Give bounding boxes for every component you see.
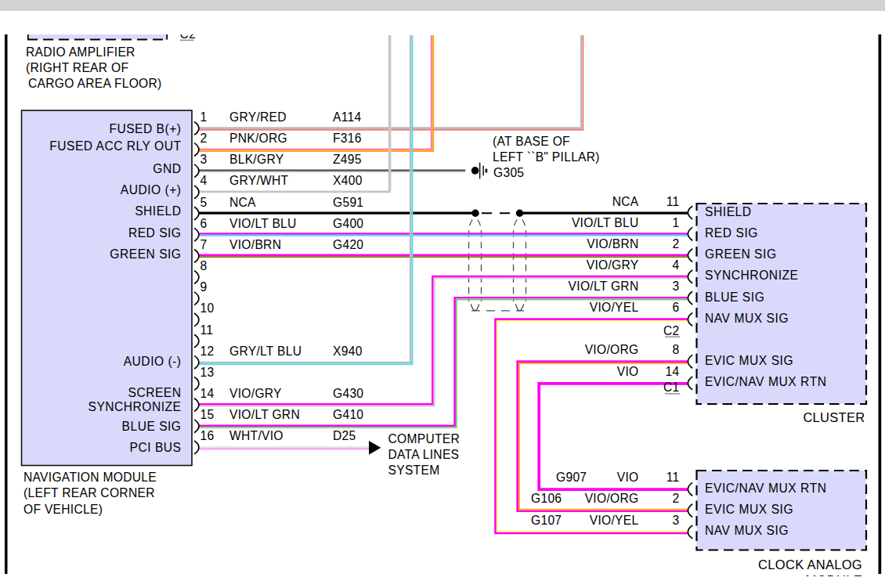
svg-text:D25: D25: [333, 429, 356, 442]
svg-text:C1: C1: [663, 381, 680, 394]
svg-text:NCA: NCA: [612, 195, 639, 208]
svg-text:(LEFT REAR CORNER: (LEFT REAR CORNER: [23, 486, 155, 500]
svg-text:AUDIO (+): AUDIO (+): [121, 183, 182, 197]
svg-text:C2: C2: [663, 324, 680, 337]
svg-text:BLUE SIG: BLUE SIG: [122, 420, 182, 433]
svg-text:GRY/RED: GRY/RED: [229, 110, 287, 124]
svg-text:14: 14: [200, 387, 215, 400]
svg-text:RADIO AMPLIFIER: RADIO AMPLIFIER: [26, 45, 135, 59]
svg-text:GREEN SIG: GREEN SIG: [110, 247, 181, 261]
svg-text:BLUE SIG: BLUE SIG: [705, 290, 764, 304]
svg-text:NAV MUX SIG: NAV MUX SIG: [705, 312, 789, 325]
svg-text:11: 11: [200, 323, 214, 337]
svg-text:VIO/YEL: VIO/YEL: [590, 301, 639, 314]
svg-text:3: 3: [200, 153, 208, 166]
svg-text:SHIELD: SHIELD: [135, 204, 181, 218]
svg-text:7: 7: [200, 238, 208, 251]
svg-text:G591: G591: [333, 196, 363, 209]
svg-text:F316: F316: [333, 132, 362, 145]
svg-text:EVIC/NAV MUX RTN: EVIC/NAV MUX RTN: [705, 482, 827, 495]
svg-text:2: 2: [200, 132, 208, 145]
svg-text:CLOCK ANALOG: CLOCK ANALOG: [758, 557, 862, 572]
svg-text:VIO/BRN: VIO/BRN: [587, 237, 638, 251]
svg-text:VIO/BRN: VIO/BRN: [229, 238, 281, 251]
svg-text:14: 14: [666, 365, 680, 378]
svg-text:2: 2: [673, 237, 680, 251]
svg-text:SYNCHRONIZE: SYNCHRONIZE: [88, 400, 182, 413]
svg-text:SCREEN: SCREEN: [128, 386, 182, 399]
svg-text:DATA LINES: DATA LINES: [388, 448, 460, 461]
svg-text:LEFT ``B" PILLAR): LEFT ``B" PILLAR): [493, 150, 600, 164]
svg-text:G305: G305: [493, 166, 524, 179]
svg-text:6: 6: [673, 301, 680, 314]
svg-text:Z495: Z495: [333, 153, 362, 166]
svg-text:3: 3: [673, 514, 680, 527]
svg-text:BLK/GRY: BLK/GRY: [229, 153, 284, 166]
svg-text:G410: G410: [333, 408, 363, 421]
svg-text:13: 13: [200, 366, 215, 379]
svg-text:G400: G400: [333, 217, 363, 230]
svg-text:(RIGHT REAR OF: (RIGHT REAR OF: [26, 61, 128, 74]
svg-text:5: 5: [200, 196, 208, 209]
svg-text:VIO/ORG: VIO/ORG: [585, 343, 639, 356]
svg-text:VIO: VIO: [617, 365, 639, 378]
svg-text:8: 8: [200, 259, 208, 272]
svg-text:PCI BUS: PCI BUS: [130, 441, 182, 454]
svg-text:A114: A114: [333, 110, 361, 124]
svg-text:G420: G420: [333, 238, 363, 251]
svg-text:AUDIO (-): AUDIO (-): [124, 355, 182, 368]
svg-text:(AT BASE OF: (AT BASE OF: [493, 135, 570, 148]
svg-text:11: 11: [666, 471, 680, 484]
svg-text:RED SIG: RED SIG: [128, 226, 182, 240]
svg-text:NAV MUX SIG: NAV MUX SIG: [705, 524, 789, 537]
svg-text:9: 9: [200, 280, 208, 294]
svg-text:VIO/GRY: VIO/GRY: [587, 258, 639, 272]
svg-text:NAVIGATION MODULE: NAVIGATION MODULE: [23, 471, 157, 484]
svg-text:2: 2: [673, 492, 680, 505]
svg-text:15: 15: [200, 408, 215, 421]
svg-text:VIO/LT GRN: VIO/LT GRN: [569, 280, 639, 293]
svg-text:X400: X400: [333, 174, 363, 187]
svg-text:FUSED B(+): FUSED B(+): [109, 122, 181, 135]
svg-text:3: 3: [673, 280, 680, 293]
svg-text:CLUSTER: CLUSTER: [803, 410, 865, 424]
svg-text:EVIC MUX SIG: EVIC MUX SIG: [705, 503, 793, 516]
svg-text:GRY/WHT: GRY/WHT: [229, 174, 289, 187]
svg-text:VIO/LT GRN: VIO/LT GRN: [229, 408, 300, 421]
svg-text:OF VEHICLE): OF VEHICLE): [23, 503, 103, 516]
svg-text:G107: G107: [531, 514, 562, 527]
svg-text:RED SIG: RED SIG: [705, 226, 758, 240]
svg-text:PNK/ORG: PNK/ORG: [229, 132, 287, 145]
svg-text:1: 1: [673, 216, 680, 229]
svg-text:12: 12: [200, 345, 215, 358]
svg-text:SYNCHRONIZE: SYNCHRONIZE: [705, 269, 799, 282]
svg-text:VIO: VIO: [617, 471, 639, 484]
svg-text:GREEN SIG: GREEN SIG: [705, 247, 777, 261]
svg-text:GND: GND: [153, 162, 181, 175]
svg-text:6: 6: [200, 217, 208, 230]
svg-text:4: 4: [673, 258, 680, 272]
svg-text:FUSED ACC RLY OUT: FUSED ACC RLY OUT: [49, 139, 181, 153]
svg-text:16: 16: [200, 429, 215, 442]
svg-text:VIO/LT BLU: VIO/LT BLU: [572, 216, 639, 229]
svg-text:CARGO AREA FLOOR): CARGO AREA FLOOR): [28, 77, 162, 90]
svg-text:G106: G106: [531, 492, 562, 505]
svg-text:VIO/ORG: VIO/ORG: [585, 492, 639, 505]
svg-text:SYSTEM: SYSTEM: [388, 464, 440, 477]
svg-text:10: 10: [200, 301, 215, 315]
svg-text:G907: G907: [556, 471, 587, 484]
svg-text:VIO/LT BLU: VIO/LT BLU: [229, 217, 297, 230]
svg-text:VIO/GRY: VIO/GRY: [229, 387, 282, 400]
svg-text:4: 4: [200, 174, 208, 187]
svg-text:WHT/VIO: WHT/VIO: [229, 429, 284, 442]
svg-text:1: 1: [200, 110, 208, 124]
svg-text:EVIC MUX SIG: EVIC MUX SIG: [705, 354, 793, 367]
svg-text:NCA: NCA: [229, 196, 256, 209]
svg-text:G430: G430: [333, 387, 363, 400]
svg-text:GRY/LT BLU: GRY/LT BLU: [229, 345, 302, 358]
svg-text:X940: X940: [333, 345, 363, 358]
svg-text:SHIELD: SHIELD: [705, 205, 752, 218]
svg-text:COMPUTER: COMPUTER: [388, 432, 461, 446]
svg-text:EVIC/NAV MUX RTN: EVIC/NAV MUX RTN: [705, 375, 827, 388]
svg-text:11: 11: [666, 195, 680, 208]
